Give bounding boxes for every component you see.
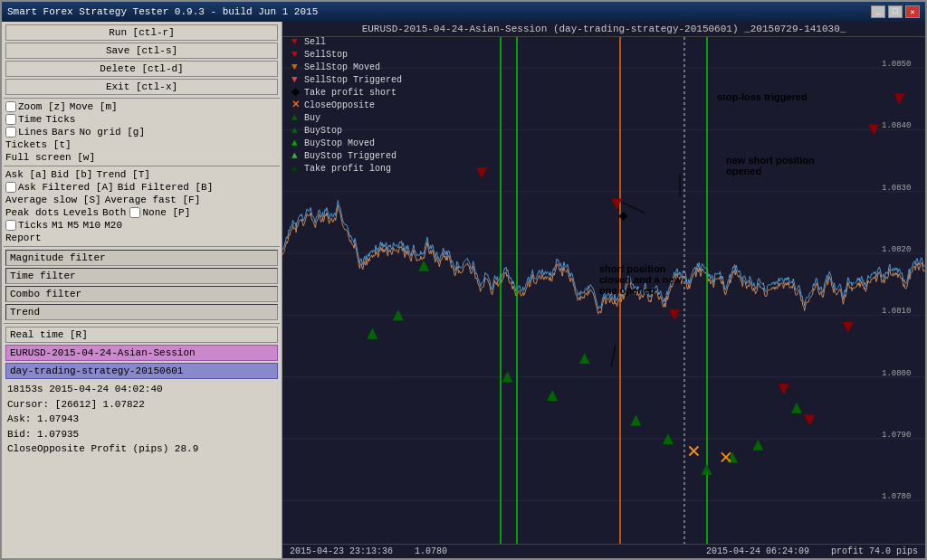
divider-1 — [4, 98, 280, 99]
chart-panel: EURUSD-2015-04-24-Asian-Session (day-tra… — [282, 22, 925, 558]
footer-left: 2015-04-23 23:13:36 1.0780 — [290, 546, 447, 556]
move-option[interactable]: Move [m] — [70, 101, 118, 112]
main-window: Smart Forex Strategy Tester 0.9.3 - buil… — [0, 0, 927, 560]
status-line3: Ask: 1.07943 — [7, 412, 276, 427]
title-bar-buttons: _ □ ✕ — [871, 5, 920, 18]
options-row-tickets: Tickets [t] — [4, 138, 280, 151]
options-row-lines: Lines Bars No grid [g] — [4, 126, 280, 138]
status-line2: Cursor: [26612] 1.07822 — [7, 397, 276, 413]
magnitude-filter[interactable]: Magnitude filter — [5, 250, 278, 266]
none-checkbox[interactable] — [129, 207, 140, 218]
ticks-checkbox-label[interactable]: Ticks — [5, 220, 48, 231]
askfiltered-label: Ask Filtered [A] — [18, 182, 114, 193]
delete-button[interactable]: Delete [ctl-d] — [5, 61, 278, 77]
footer-right: 2015-04-24 06:24:09 profit 74.0 pips — [706, 546, 918, 556]
zoom-checkbox[interactable] — [5, 101, 16, 112]
fullscreen-option[interactable]: Full screen [w] — [5, 152, 95, 163]
options-row-askfiltered: Ask Filtered [A] Bid Filtered [B] — [4, 181, 280, 194]
ticks-option[interactable]: Ticks — [45, 114, 75, 125]
maximize-button[interactable]: □ — [888, 5, 903, 18]
time-checkbox[interactable] — [5, 114, 16, 125]
options-row-report: Report — [4, 232, 280, 244]
stop-loss-annotation: stop-loss triggered — [717, 91, 808, 102]
m1-option[interactable]: M1 — [52, 220, 63, 231]
time-filter[interactable]: Time filter — [5, 268, 278, 284]
m10-option[interactable]: M10 — [82, 220, 100, 231]
main-content: Run [ctl-r] Save [ctl-s] Delete [ctl-d] … — [2, 22, 925, 558]
levels-option[interactable]: Levels — [62, 207, 99, 218]
combo-filter[interactable]: Combo filter — [5, 286, 278, 302]
ticks2-checkbox[interactable] — [5, 220, 16, 231]
status-line5: CloseOpposite Profit (pips) 28.9 — [7, 441, 276, 457]
options-row-ticks: Ticks M1 M5 M10 M20 — [4, 219, 280, 232]
left-panel: Run [ctl-r] Save [ctl-s] Delete [ctl-d] … — [2, 22, 282, 558]
divider-3 — [4, 246, 280, 247]
footer-left-price: 1.0780 — [415, 546, 447, 556]
options-row-time: Time Ticks — [4, 113, 280, 126]
peakdots-option[interactable]: Peak dots — [5, 207, 59, 218]
m5-option[interactable]: M5 — [67, 220, 79, 231]
window-title: Smart Forex Strategy Tester 0.9.3 - buil… — [7, 6, 318, 17]
status-area: 18153s 2015-04-24 04:02:40 Cursor: [2661… — [4, 380, 280, 459]
selected-strategy[interactable]: day-trading-strategy-20150601 — [5, 363, 278, 379]
zoom-label: Zoom [z] — [18, 101, 66, 112]
avgslow-option[interactable]: Average slow [S] — [5, 195, 101, 205]
close-button[interactable]: ✕ — [905, 5, 920, 18]
new-short-annotation: new short position opened — [726, 155, 815, 176]
zoom-checkbox-label[interactable]: Zoom [z] — [5, 101, 66, 112]
footer-right-profit: profit 74.0 pips — [831, 546, 918, 556]
options-row-average: Average slow [S] Average fast [F] — [4, 194, 280, 206]
lines-checkbox-label[interactable]: Lines — [5, 127, 48, 138]
short-closed-annotation: short position closed and a new one open… — [599, 263, 682, 296]
realtime-button[interactable]: Real time [R] — [5, 327, 278, 343]
trend-filter[interactable]: Trend — [5, 304, 278, 320]
title-bar: Smart Forex Strategy Tester 0.9.3 - buil… — [2, 2, 925, 22]
save-button[interactable]: Save [ctl-s] — [5, 43, 278, 59]
footer-right-time: 2015-04-24 06:24:09 — [706, 546, 809, 556]
both-option[interactable]: Both — [102, 207, 126, 218]
run-button[interactable]: Run [ctl-r] — [5, 24, 278, 41]
ticks2-label: Ticks — [18, 220, 48, 231]
footer-left-time: 2015-04-23 23:13:36 — [290, 546, 393, 556]
report-option[interactable]: Report — [5, 233, 42, 243]
bid-option[interactable]: Bid [b] — [51, 169, 92, 180]
m20-option[interactable]: M20 — [104, 220, 122, 231]
options-row-ask: Ask [a] Bid [b] Trend [T] — [4, 168, 280, 181]
avgfast-option[interactable]: Average fast [F] — [105, 195, 201, 205]
trend-option[interactable]: Trend [T] — [96, 169, 149, 180]
chart-header: EURUSD-2015-04-24-Asian-Session (day-tra… — [282, 22, 925, 37]
time-checkbox-label[interactable]: Time — [5, 114, 42, 125]
selected-pair[interactable]: EURUSD-2015-04-24-Asian-Session — [5, 345, 278, 361]
options-row-fullscreen: Full screen [w] — [4, 151, 280, 164]
status-line4: Bid: 1.07935 — [7, 427, 276, 442]
divider-4 — [4, 323, 280, 324]
minimize-button[interactable]: _ — [871, 5, 885, 18]
askfiltered-checkbox[interactable] — [5, 182, 16, 193]
tickets-option[interactable]: Tickets [t] — [5, 139, 72, 150]
status-line1: 18153s 2015-04-24 04:02:40 — [7, 382, 276, 397]
none-checkbox-label[interactable]: None [P] — [129, 207, 190, 218]
options-row-zoom: Zoom [z] Move [m] — [4, 100, 280, 113]
chart-footer: 2015-04-23 23:13:36 1.0780 2015-04-24 06… — [282, 544, 925, 558]
lines-checkbox[interactable] — [5, 127, 16, 138]
lines-label: Lines — [18, 127, 48, 138]
divider-2 — [4, 166, 280, 166]
chart-area[interactable]: stop-loss triggered new short position o… — [282, 37, 925, 544]
bars-option[interactable]: Bars — [52, 127, 75, 138]
options-row-peak: Peak dots Levels Both None [P] — [4, 206, 280, 219]
none-label: None [P] — [142, 207, 190, 218]
bidfiltered-option[interactable]: Bid Filtered [B] — [118, 182, 214, 193]
askfiltered-checkbox-label[interactable]: Ask Filtered [A] — [5, 182, 114, 193]
nogrid-option[interactable]: No grid [g] — [79, 127, 145, 138]
time-label: Time — [18, 114, 42, 125]
exit-button[interactable]: Exit [ctl-x] — [5, 79, 278, 95]
ask-option[interactable]: Ask [a] — [5, 169, 47, 180]
